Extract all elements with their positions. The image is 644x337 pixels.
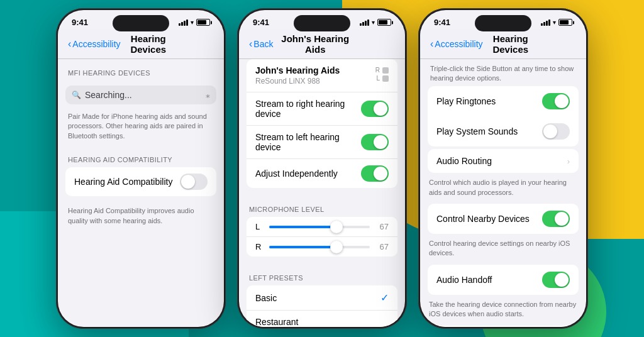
status-time-1: 9:41 xyxy=(72,18,88,27)
audio-handoff-desc: Take the hearing device connection from … xyxy=(420,297,586,326)
slider-r-fill xyxy=(269,246,336,248)
dynamic-island-3 xyxy=(475,15,531,31)
l-label: L xyxy=(376,75,380,82)
nav-title-1: Hearing Devices xyxy=(121,33,176,55)
signal-bars-3 xyxy=(541,19,550,26)
adjust-toggle[interactable] xyxy=(361,165,389,182)
preset-basic-label: Basic xyxy=(255,293,380,303)
slider-l-track[interactable] xyxy=(269,226,370,228)
audio-routing-section: Audio Routing › xyxy=(428,149,579,173)
compat-toggle[interactable] xyxy=(180,174,208,190)
play-ringtones-toggle[interactable] xyxy=(542,93,570,109)
back-chevron-1: ‹ xyxy=(68,39,71,49)
audio-routing-desc: Control which audio is played in your he… xyxy=(420,175,586,204)
mic-sliders: L 67 R xyxy=(247,217,397,257)
status-icons-2: ▾ xyxy=(360,19,391,26)
phone-1-content: MFI HEARING DEVICES 🔍 Searching... ⁎ Pai… xyxy=(58,59,224,327)
control-nearby-toggle[interactable] xyxy=(542,211,570,227)
phone-1: 9:41 ▾ ‹ Accessibilit xyxy=(56,8,226,329)
nav-bar-3: ‹ Accessibility Hearing Devices xyxy=(420,30,586,59)
play-system-sounds-row[interactable]: Play System Sounds xyxy=(428,116,579,146)
compat-item[interactable]: Hearing Aid Compatibility xyxy=(65,167,216,196)
status-time-3: 9:41 xyxy=(434,18,450,27)
top-description: Triple-click the Side Button at any time… xyxy=(420,59,586,86)
mic-section-header: MICROPHONE LEVEL xyxy=(239,196,405,217)
audio-routing-row[interactable]: Audio Routing › xyxy=(428,149,579,173)
status-time-2: 9:41 xyxy=(253,18,269,27)
pair-description: Pair Made for iPhone hearing aids and so… xyxy=(58,109,224,146)
l-dot xyxy=(382,75,389,82)
slider-l-value: 67 xyxy=(375,222,389,231)
back-button-1[interactable]: ‹ Accessibility xyxy=(68,39,121,49)
nav-bar-1: ‹ Accessibility Hearing Devices xyxy=(58,30,224,59)
back-button-3[interactable]: ‹ Accessibility xyxy=(430,39,483,49)
phone-3-layout: 9:41 ▾ ‹ Accessibilit xyxy=(420,10,586,327)
back-chevron-3: ‹ xyxy=(430,39,433,49)
control-lock-section: Control on Lock Screen xyxy=(428,326,579,327)
control-nearby-label: Control Nearby Devices xyxy=(436,214,530,224)
audio-handoff-label: Audio Handoff xyxy=(436,275,492,285)
search-bar[interactable]: 🔍 Searching... ⁎ xyxy=(65,86,216,104)
presets-header: LEFT PRESETS xyxy=(239,264,405,285)
slider-r-track[interactable] xyxy=(269,246,370,248)
search-spinner: ⁎ xyxy=(206,90,210,100)
back-label-3: Accessibility xyxy=(435,39,482,49)
control-nearby-section: Control Nearby Devices xyxy=(428,204,579,234)
status-icons-3: ▾ xyxy=(541,19,572,26)
slider-r-label: R xyxy=(255,242,264,251)
phone-3: 9:41 ▾ ‹ Accessibilit xyxy=(418,8,588,329)
presets-list: Basic ✓ Restaurant Outdoor xyxy=(247,285,397,327)
dynamic-island-1 xyxy=(113,15,169,31)
battery-icon-1 xyxy=(196,19,210,26)
slider-l-thumb[interactable] xyxy=(330,221,343,233)
audio-routing-chevron: › xyxy=(567,157,570,166)
adjust-item[interactable]: Adjust Independently xyxy=(247,159,397,188)
hearing-aid-model: ReSound LiNX 988 xyxy=(255,77,340,86)
nav-bar-2: ‹ Back John's Hearing Aids xyxy=(239,30,405,59)
phone-3-screen: 9:41 ▾ ‹ Accessibilit xyxy=(420,10,586,327)
play-ringtones-label: Play Ringtones xyxy=(436,96,496,106)
stream-right-toggle[interactable] xyxy=(361,101,389,117)
r-label: R xyxy=(375,67,380,74)
stream-right-item[interactable]: Stream to right hearing device xyxy=(247,92,397,126)
preset-basic[interactable]: Basic ✓ xyxy=(247,285,397,311)
wifi-icon-2: ▾ xyxy=(372,19,375,26)
slider-l-row: L 67 xyxy=(247,217,397,237)
compat-group: Hearing Aid Compatibility xyxy=(65,167,216,196)
control-nearby-row[interactable]: Control Nearby Devices xyxy=(428,204,579,234)
audio-handoff-row[interactable]: Audio Handoff xyxy=(428,265,579,295)
phones-container: 9:41 ▾ ‹ Accessibilit xyxy=(0,0,644,337)
stream-left-item[interactable]: Stream to left hearing device xyxy=(247,126,397,159)
back-label-2: Back xyxy=(253,39,273,49)
slider-r-thumb[interactable] xyxy=(330,241,343,253)
back-button-2[interactable]: ‹ Back xyxy=(249,39,273,49)
preset-basic-check: ✓ xyxy=(380,292,389,304)
play-ringtones-row[interactable]: Play Ringtones xyxy=(428,86,579,116)
phone-1-screen: 9:41 ▾ ‹ Accessibilit xyxy=(58,10,224,327)
play-system-sounds-toggle[interactable] xyxy=(542,123,570,140)
signal-bars-2 xyxy=(360,19,369,26)
slider-r-row: R 67 xyxy=(247,237,397,257)
nav-title-3: Hearing Devices xyxy=(483,33,538,55)
wifi-icon-1: ▾ xyxy=(191,19,194,26)
audio-handoff-section: Audio Handoff xyxy=(428,265,579,295)
back-chevron-2: ‹ xyxy=(249,39,252,49)
phone-2-screen: 9:41 ▾ ‹ Back xyxy=(239,10,405,327)
signal-bars-1 xyxy=(179,19,188,26)
preset-restaurant[interactable]: Restaurant xyxy=(247,311,397,327)
control-lock-row[interactable]: Control on Lock Screen xyxy=(428,326,579,327)
lr-row-l: L xyxy=(376,75,389,82)
phone-2: 9:41 ▾ ‹ Back xyxy=(237,8,407,329)
lr-indicators: R L xyxy=(375,67,389,82)
section-compat-header: HEARING AID COMPATIBILITY xyxy=(58,146,224,167)
hearing-aid-row: John's Hearing Aids ReSound LiNX 988 R xyxy=(247,59,397,92)
status-icons-1: ▾ xyxy=(179,19,210,26)
slider-l-fill xyxy=(269,226,336,228)
stream-left-label: Stream to left hearing device xyxy=(255,132,361,152)
phone-3-content: Triple-click the Side Button at any time… xyxy=(420,59,586,327)
stream-left-toggle[interactable] xyxy=(361,134,389,150)
back-label-1: Accessibility xyxy=(72,39,120,49)
audio-routing-label: Audio Routing xyxy=(436,156,492,166)
search-text: Searching... xyxy=(85,90,202,100)
audio-handoff-toggle[interactable] xyxy=(542,272,570,288)
